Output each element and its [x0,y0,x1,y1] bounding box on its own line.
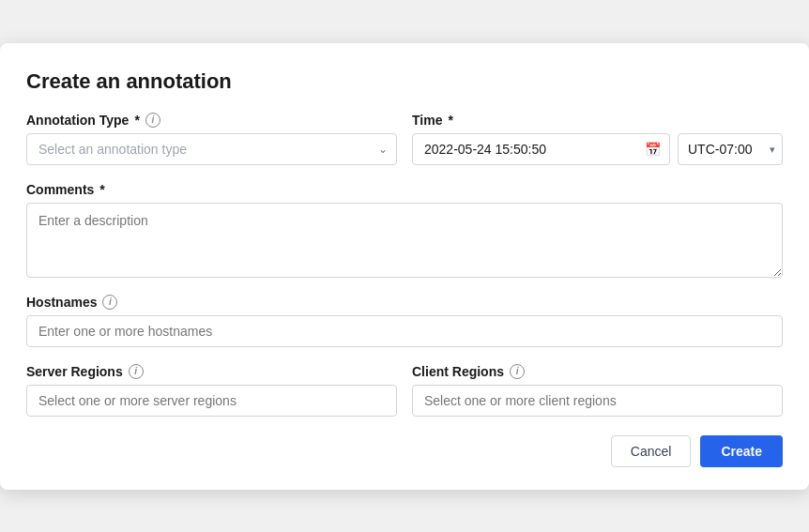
create-button[interactable]: Create [700,435,783,467]
client-regions-group: Client Regions i [412,364,783,417]
regions-row: Server Regions i Client Regions i [26,364,783,417]
server-regions-label: Server Regions i [26,364,397,379]
time-label: Time * [412,113,783,128]
server-regions-input[interactable] [26,385,397,417]
hostnames-info-icon: i [102,295,117,310]
annotation-type-select[interactable]: Select an annotation type [26,133,397,165]
comments-label: Comments * [26,182,783,197]
timezone-select-wrapper: UTC-07:00 UTC+00:00 UTC-05:00 ▾ [678,133,783,165]
client-regions-label: Client Regions i [412,364,783,379]
hostnames-group: Hostnames i [26,295,783,347]
client-regions-input[interactable] [412,385,783,417]
create-annotation-dialog: Create an annotation Annotation Type * i… [0,43,809,490]
annotation-type-label: Annotation Type * i [26,113,397,128]
annotation-type-select-wrapper: Select an annotation type ⌄ [26,133,397,165]
time-input-row: 📅 UTC-07:00 UTC+00:00 UTC-05:00 ▾ [412,133,783,165]
row-annotation-time: Annotation Type * i Select an annotation… [26,113,783,165]
footer-buttons: Cancel Create [26,435,783,467]
client-regions-info-icon: i [510,364,525,379]
server-regions-info-icon: i [129,364,144,379]
hostnames-input[interactable] [26,315,783,347]
time-input[interactable] [412,133,670,165]
dialog-title: Create an annotation [26,69,783,94]
time-group: Time * 📅 UTC-07:00 UTC+00:00 UTC-05:00 ▾ [412,113,783,165]
server-regions-group: Server Regions i [26,364,397,417]
hostnames-label: Hostnames i [26,295,783,310]
annotation-type-group: Annotation Type * i Select an annotation… [26,113,397,165]
time-input-wrapper: 📅 [412,133,670,165]
cancel-button[interactable]: Cancel [611,435,692,467]
timezone-select[interactable]: UTC-07:00 UTC+00:00 UTC-05:00 [678,133,783,165]
comments-textarea[interactable] [26,203,783,278]
comments-group: Comments * [26,182,783,278]
annotation-type-info-icon: i [145,113,160,128]
